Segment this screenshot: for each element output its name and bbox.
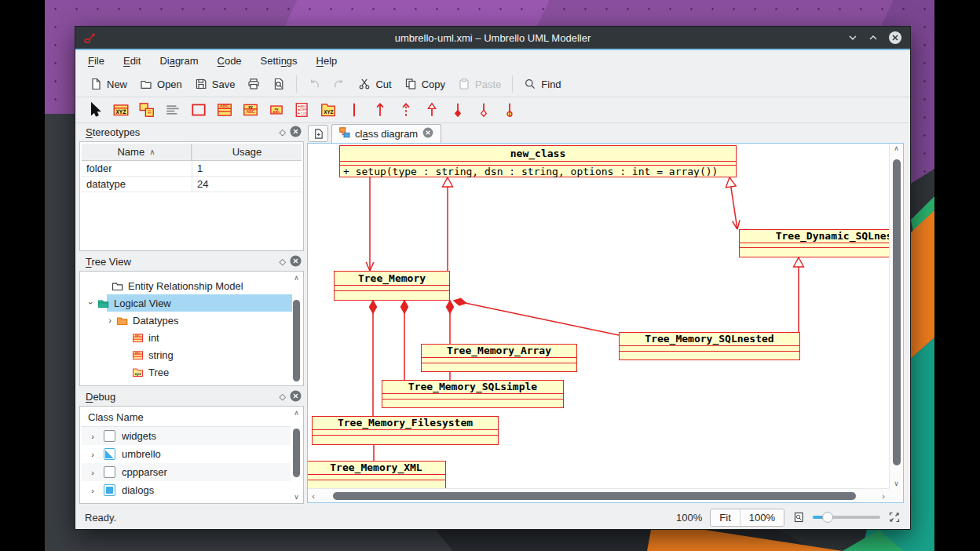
- open-button[interactable]: Open: [133, 75, 188, 93]
- close-panel-icon[interactable]: [290, 126, 302, 140]
- new-tab-button[interactable]: [308, 125, 328, 142]
- uml-class-Tree_Memory_Filesystem[interactable]: Tree_Memory_Filesystem: [312, 416, 499, 445]
- enum-tool-button[interactable]: ABCDEF123: [292, 100, 313, 120]
- uml-class-new_class[interactable]: new_class+ setup(type : string, dsn : st…: [339, 145, 737, 177]
- canvas-horizontal-scrollbar[interactable]: ‹ ›: [308, 488, 889, 502]
- package-tool-button[interactable]: XYZ: [318, 100, 338, 120]
- tree-item-string[interactable]: ABCstring: [82, 346, 291, 363]
- close-panel-icon[interactable]: [290, 255, 302, 269]
- close-panel-icon[interactable]: [290, 390, 302, 404]
- uml-class-Tree_Memory_XML[interactable]: Tree_Memory_XML: [307, 461, 446, 492]
- scroll-right-icon[interactable]: ›: [878, 491, 889, 501]
- diagram-canvas[interactable]: new_class+ setup(type : string, dsn : st…: [307, 143, 904, 503]
- menu-help[interactable]: Help: [316, 55, 338, 67]
- association-tool-button[interactable]: [344, 100, 364, 120]
- debug-scrollbar[interactable]: ∧ ∨: [291, 408, 302, 502]
- debug-item-dialogs[interactable]: ›dialogs: [82, 481, 291, 499]
- uml-class-Tree_Memory_SQLnested[interactable]: Tree_Memory_SQLnested: [619, 332, 800, 360]
- paste-button[interactable]: Paste: [452, 75, 507, 93]
- canvas-vertical-scrollbar[interactable]: ∧ ∨: [889, 144, 903, 488]
- datatype-tool-button[interactable]: XYZ: [111, 100, 131, 120]
- containment-tool-button[interactable]: [499, 100, 520, 120]
- redo-button[interactable]: [327, 75, 352, 93]
- association-tool-icon: [346, 101, 363, 119]
- checkbox-widgets[interactable]: [104, 430, 115, 442]
- expander-icon[interactable]: ›: [86, 298, 96, 308]
- open-folder-icon: [140, 78, 152, 90]
- menu-settings[interactable]: Settings: [261, 55, 298, 67]
- save-button[interactable]: Save: [188, 75, 242, 93]
- stereotype-row[interactable]: datatype24: [82, 177, 302, 192]
- tree-item-logical-view[interactable]: ›Logical View: [82, 294, 291, 312]
- print-preview-button[interactable]: [266, 75, 291, 93]
- uml-class-Tree_Dynamic_SQLnest[interactable]: Tree_Dynamic_SQLnest: [739, 229, 904, 257]
- expander-icon[interactable]: ›: [88, 468, 97, 477]
- page-zoom-icon[interactable]: [792, 511, 805, 524]
- scroll-left-icon[interactable]: ‹: [308, 491, 319, 501]
- scroll-up-icon[interactable]: ∧: [894, 144, 899, 153]
- expander-icon[interactable]: ›: [105, 316, 115, 325]
- debug-item-cppparser[interactable]: ›cppparser: [82, 463, 291, 481]
- composition-tool-button[interactable]: [448, 100, 468, 120]
- scroll-down-icon[interactable]: ∨: [894, 479, 899, 488]
- dependency-tool-button[interactable]: [396, 100, 416, 120]
- checkbox-umbrello[interactable]: [104, 448, 115, 460]
- uml-class-Tree_Memory[interactable]: Tree_Memory: [334, 271, 450, 301]
- stereotype-row[interactable]: folder1: [82, 161, 302, 177]
- find-button[interactable]: Find: [517, 75, 567, 93]
- zoom-slider[interactable]: [813, 511, 880, 524]
- column-header-name[interactable]: Name ∧: [82, 144, 192, 160]
- cut-button[interactable]: Cut: [352, 75, 397, 93]
- expander-icon[interactable]: ›: [88, 450, 97, 459]
- tree-item-tree[interactable]: xyzTree: [82, 363, 291, 381]
- uml-class-Tree_Memory_SQLsimple[interactable]: Tree_Memory_SQLsimple: [382, 380, 564, 408]
- expander-icon[interactable]: ›: [88, 432, 97, 441]
- menu-file[interactable]: File: [88, 55, 104, 67]
- maximize-icon[interactable]: [868, 32, 879, 43]
- scroll-down-icon[interactable]: ∨: [294, 492, 299, 502]
- pointer-tool-button[interactable]: [85, 100, 105, 120]
- zoom-slider-handle[interactable]: [822, 512, 833, 523]
- undo-button[interactable]: [302, 75, 327, 93]
- checkbox-cppparser[interactable]: [104, 466, 115, 478]
- tab-class-diagram[interactable]: class diagram: [331, 124, 441, 143]
- menu-diagram[interactable]: Diagram: [159, 55, 198, 67]
- titlebar[interactable]: umbrello-uml.xmi – Umbrello UML Modeller: [75, 27, 910, 49]
- box-tool-button[interactable]: [188, 100, 209, 120]
- tree-item-entity-relationship-model[interactable]: Entity Relationship Model: [82, 277, 291, 294]
- copy-button[interactable]: Copy: [398, 75, 452, 93]
- class-tool-button[interactable]: ABC: [214, 100, 235, 120]
- zoom-100-button[interactable]: 100%: [740, 509, 784, 526]
- interface-tool-button[interactable]: xyABC: [240, 100, 261, 120]
- column-header-usage[interactable]: Usage: [192, 144, 302, 160]
- tree-item-datatypes[interactable]: ›Datatypes: [82, 312, 291, 329]
- checkbox-dialogs[interactable]: [104, 484, 115, 496]
- text-tool-button[interactable]: [163, 100, 183, 120]
- close-icon[interactable]: [888, 31, 902, 45]
- tree-item-int[interactable]: ABCint: [82, 329, 291, 346]
- expander-icon[interactable]: ›: [88, 486, 97, 495]
- fit-button[interactable]: Fit: [711, 509, 739, 526]
- entity-tool-button[interactable]: xyABC: [266, 100, 287, 120]
- new-button[interactable]: New: [83, 75, 133, 93]
- print-button[interactable]: [241, 75, 266, 93]
- tree-view-scrollbar[interactable]: ∧ ∨: [291, 273, 302, 384]
- zoom-fullscreen-icon[interactable]: [888, 511, 901, 524]
- float-panel-icon[interactable]: ◇: [280, 392, 286, 402]
- menu-code[interactable]: Code: [218, 55, 242, 67]
- float-panel-icon[interactable]: ◇: [280, 257, 286, 267]
- debug-column-header[interactable]: Class Name: [82, 408, 291, 427]
- directed-association-tool-button[interactable]: [370, 100, 390, 120]
- float-panel-icon[interactable]: ◇: [280, 127, 286, 137]
- generalization-tool-button[interactable]: [422, 100, 442, 120]
- debug-item-widgets[interactable]: ›widgets: [82, 427, 291, 445]
- uml-class-Tree_Memory_Array[interactable]: Tree_Memory_Array: [421, 344, 577, 372]
- menu-edit[interactable]: Edit: [123, 55, 141, 67]
- aggregation-tool-button[interactable]: [474, 100, 494, 120]
- tab-close-icon[interactable]: [422, 127, 433, 140]
- scroll-up-icon[interactable]: ∧: [294, 273, 299, 283]
- scroll-up-icon[interactable]: ∧: [294, 408, 299, 418]
- note-tool-button[interactable]: [137, 100, 157, 120]
- debug-item-umbrello[interactable]: ›umbrello: [82, 445, 291, 463]
- minimize-icon[interactable]: [847, 32, 858, 43]
